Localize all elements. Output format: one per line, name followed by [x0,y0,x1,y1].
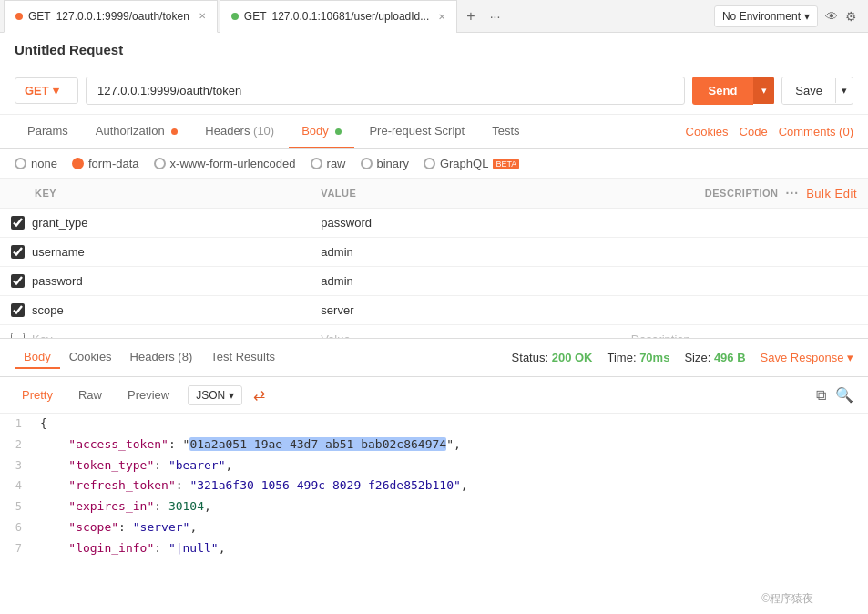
format-select-value: JSON [196,389,225,402]
radio-binary-icon [361,158,373,169]
tab2-label: GET [244,10,267,23]
th-value: VALUE [310,179,619,209]
radio-form-data-icon [72,158,84,169]
tab-headers[interactable]: Headers (10) [192,115,287,148]
tab2-url: 127.0.0.1:10681/user/uploadId... [271,10,429,23]
table-row-placeholder: Key Value Description [0,325,868,339]
tab-pre-request[interactable]: Pre-request Script [356,115,477,148]
table-row: grant_type password [0,209,868,238]
url-bar: GET ▾ Send ▾ Save ▾ [0,67,868,115]
code-link[interactable]: Code [740,125,768,138]
size-value: 496 B [714,351,746,364]
format-tab-raw[interactable]: Raw [71,384,109,405]
method-dot-tab2 [231,13,239,20]
new-row-checkbox[interactable] [11,333,25,338]
save-dropdown-button[interactable]: ▾ [835,78,853,103]
table-row: scope server [0,296,868,325]
new-row-value-placeholder: Value [321,333,350,338]
method-dot-tab1 [15,13,23,20]
time-label: Time: 70ms [607,351,669,364]
row3-checkbox[interactable] [11,274,25,288]
save-button[interactable]: Save [782,77,835,104]
right-links: Cookies Code Comments (0) [686,125,853,138]
radio-none[interactable]: none [15,157,57,170]
format-tab-preview[interactable]: Preview [120,384,177,405]
radio-urlencoded-icon [154,158,166,169]
copy-icon[interactable]: ⧉ [816,387,826,404]
new-row-key-placeholder: Key [32,333,52,338]
resp-tab-body[interactable]: Body [15,346,60,369]
tab-tests[interactable]: Tests [479,115,532,148]
radio-raw[interactable]: raw [311,157,346,170]
response-tabs-bar: Body Cookies Headers (8) Test Results St… [0,338,868,377]
resp-tab-headers[interactable]: Headers (8) [121,346,202,369]
send-button-group: Send ▾ [692,77,775,105]
row2-checkbox[interactable] [11,245,25,259]
resp-tab-test-results[interactable]: Test Results [201,346,284,369]
tab-body[interactable]: Body [289,115,354,148]
row1-value: password [321,216,372,230]
row4-value: server [321,303,353,317]
radio-urlencoded-label: x-www-form-urlencoded [170,157,296,170]
bulk-edit-button[interactable]: Bulk Edit [806,187,857,200]
format-tab-pretty[interactable]: Pretty [15,384,60,405]
status-label: Status: 200 OK [512,351,593,364]
tab1-label: GET [28,10,51,23]
json-line: 6 "scope": "server", [0,517,868,538]
send-dropdown-button[interactable]: ▾ [753,77,774,104]
radio-urlencoded[interactable]: x-www-form-urlencoded [154,157,296,170]
row4-checkbox[interactable] [11,303,25,317]
send-button[interactable]: Send [692,77,754,105]
format-chevron-icon: ▾ [229,389,234,402]
eye-icon[interactable]: 👁 [825,9,838,24]
more-tabs-button[interactable]: ··· [483,9,508,24]
table-options-button[interactable]: ··· [786,186,800,200]
format-bar: Pretty Raw Preview JSON ▾ ⇄ ⧉ 🔍 [0,377,868,414]
format-select[interactable]: JSON ▾ [188,385,242,405]
row4-key: scope [32,303,64,317]
row1-key: grant_type [32,216,87,230]
tab-params[interactable]: Params [15,115,81,148]
format-icons: ⧉ 🔍 [816,386,853,404]
radio-none-icon [15,158,26,169]
th-key: KEY [0,179,310,209]
comments-link[interactable]: Comments (0) [779,125,853,138]
tab1-close[interactable]: ✕ [199,11,206,21]
radio-binary[interactable]: binary [361,157,409,170]
json-line: 4 "refresh_token": "321a6f30-1056-499c-8… [0,476,868,496]
json-viewer: 1 { 2 "access_token": "01a2a051-19ae-43d… [0,414,868,555]
url-input[interactable] [86,77,685,105]
resp-tab-cookies[interactable]: Cookies [60,346,121,369]
search-icon[interactable]: 🔍 [835,386,853,404]
env-bar: No Environment ▾ 👁 ⚙ [714,5,864,27]
time-value: 70ms [639,351,669,364]
tab1-url: 127.0.0.1:9999/oauth/token [56,10,189,23]
add-tab-button[interactable]: + [459,8,482,25]
table-row: username admin [0,238,868,267]
radio-form-data-label: form-data [88,157,139,170]
json-line: 7 "login_info": "|null", [0,538,868,555]
tab-1[interactable]: GET 127.0.0.1:9999/oauth/token ✕ [4,0,218,33]
radio-raw-label: raw [327,157,346,170]
status-value: 200 OK [552,351,593,364]
tab-authorization[interactable]: Authorization [83,115,191,148]
tab-2[interactable]: GET 127.0.0.1:10681/user/uploadId... ✕ [220,0,457,33]
env-chevron-icon: ▾ [804,10,810,23]
method-select[interactable]: GET ▾ [15,77,78,104]
row1-checkbox[interactable] [11,216,25,230]
authorization-dot [171,128,178,135]
cookies-link[interactable]: Cookies [686,125,729,138]
radio-form-data[interactable]: form-data [72,157,139,170]
env-label: No Environment [722,10,801,23]
environment-select[interactable]: No Environment ▾ [714,5,818,27]
radio-graphql[interactable]: GraphQL BETA [424,157,519,170]
json-line: 1 { [0,414,868,435]
wrap-icon[interactable]: ⇄ [253,386,265,404]
beta-badge: BETA [493,159,519,169]
gear-icon[interactable]: ⚙ [845,9,857,24]
tab2-close[interactable]: ✕ [438,12,445,22]
size-label: Size: 496 B [684,351,745,364]
save-response-button[interactable]: Save Response ▾ [761,351,853,364]
request-title: Untitled Request [0,33,868,67]
row2-value: admin [321,245,352,259]
